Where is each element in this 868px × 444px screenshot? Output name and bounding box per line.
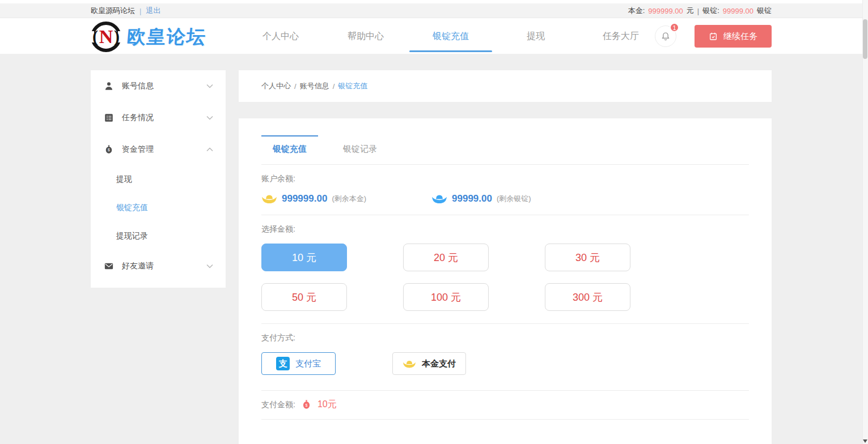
scrollbar-thumb[interactable] bbox=[863, 19, 867, 59]
amount-option-100[interactable]: 100 元 bbox=[403, 283, 489, 311]
card-tabs: 银锭充值 银锭记录 bbox=[261, 135, 749, 165]
nav-item-task-hall[interactable]: 任务大厅 bbox=[578, 18, 663, 54]
tab-ingot-records[interactable]: 银锭记录 bbox=[332, 135, 388, 164]
amount-option-10[interactable]: 10 元 bbox=[261, 244, 347, 271]
breadcrumb-current-page: 银锭充值 bbox=[338, 81, 367, 91]
pay-amount-value: 10元 bbox=[317, 399, 337, 411]
logo-mark-icon: () N bbox=[91, 22, 121, 52]
sidebar-item-fund-management[interactable]: $ 资金管理 bbox=[91, 134, 226, 165]
topbar-balances: 本金: 999999.00 元 | 银锭: 99999.00 银锭 bbox=[628, 3, 772, 18]
breadcrumb-account-info[interactable]: 账号信息 bbox=[300, 81, 329, 91]
principal-value: 999999.00 bbox=[648, 7, 683, 15]
payment-method-alipay[interactable]: 支 支付宝 bbox=[261, 352, 336, 375]
pay-amount-label: 支付金额: bbox=[261, 400, 295, 410]
gold-ingot-icon bbox=[403, 359, 416, 369]
bell-icon bbox=[660, 31, 671, 41]
continue-task-label: 继续任务 bbox=[723, 31, 757, 42]
nav-item-withdraw[interactable]: 提现 bbox=[493, 18, 578, 54]
nav-item-help-center[interactable]: 帮助中心 bbox=[323, 18, 408, 54]
sidebar-subitem-ingot-recharge[interactable]: 银锭充值 bbox=[91, 194, 226, 222]
principal-unit: 元 bbox=[687, 6, 694, 16]
chevron-down-icon bbox=[206, 84, 213, 88]
amount-options: 10 元 20 元 30 元 50 元 100 元 300 元 bbox=[261, 244, 749, 311]
sidebar-item-label: 账号信息 bbox=[122, 81, 154, 91]
breadcrumb: 个人中心 / 账号信息 / 银锭充值 bbox=[239, 70, 772, 102]
vertical-scrollbar[interactable] bbox=[862, 0, 868, 444]
pay-amount-section: 支付金额: $ 10元 bbox=[261, 391, 749, 420]
ingot-balance-value: 99999.00 bbox=[452, 193, 492, 204]
topbar-separator: | bbox=[139, 7, 141, 15]
payment-method-label: 本金支付 bbox=[422, 358, 456, 369]
main-nav: 个人中心 帮助中心 银锭充值 提现 任务大厅 bbox=[238, 18, 663, 54]
tab-ingot-recharge[interactable]: 银锭充值 bbox=[261, 135, 318, 164]
balance-label: 账户余额: bbox=[261, 174, 749, 184]
calendar-check-icon bbox=[709, 32, 718, 41]
logout-link[interactable]: 退出 bbox=[146, 6, 160, 16]
gold-ingot-icon bbox=[261, 193, 277, 204]
amount-label: 选择金额: bbox=[261, 224, 749, 234]
envelope-icon bbox=[104, 261, 114, 271]
blue-ingot-icon bbox=[431, 193, 447, 204]
top-strip: 欧皇源码论坛 | 退出 本金: 999999.00 元 | 银锭: 99999.… bbox=[0, 3, 868, 18]
alipay-icon: 支 bbox=[276, 357, 290, 370]
principal-label: 本金: bbox=[628, 6, 645, 16]
scrollbar-down-arrow[interactable] bbox=[863, 439, 867, 443]
nav-item-ingot-recharge[interactable]: 银锭充值 bbox=[408, 18, 493, 54]
amount-option-30[interactable]: 30 元 bbox=[545, 244, 630, 271]
svg-text:$: $ bbox=[305, 403, 307, 408]
principal-balance-value: 999999.00 bbox=[282, 193, 327, 204]
topbar-left: 欧皇源码论坛 | 退出 bbox=[91, 3, 160, 18]
site-logo[interactable]: () N 欧皇论坛 bbox=[91, 20, 206, 53]
topbar-divider: | bbox=[697, 7, 699, 15]
balance-section: 账户余额: 999999.00 (剩余本金) bbox=[261, 165, 749, 215]
ingot-value: 99999.00 bbox=[723, 7, 753, 15]
sidebar-subitem-withdraw[interactable]: 提现 bbox=[91, 165, 226, 194]
sidebar-item-label: 任务情况 bbox=[122, 113, 154, 123]
ingot-balance-note: (剩余银锭) bbox=[497, 194, 531, 204]
logo-text: 欧皇论坛 bbox=[126, 24, 208, 50]
breadcrumb-separator: / bbox=[294, 82, 297, 91]
amount-option-300[interactable]: 300 元 bbox=[545, 283, 630, 311]
page-background: 账号信息 任务情况 $ 资金管理 提现 银锭充值 提现记录 bbox=[0, 54, 868, 444]
payment-section: 支付方式: 支 支付宝 本金支付 bbox=[261, 324, 749, 391]
notification-badge: 1 bbox=[670, 23, 679, 32]
ingot-balance: 99999.00 (剩余银锭) bbox=[431, 193, 531, 204]
payment-method-principal[interactable]: 本金支付 bbox=[392, 352, 466, 375]
principal-balance: 999999.00 (剩余本金) bbox=[261, 193, 366, 204]
sidebar-item-label: 好友邀请 bbox=[122, 261, 154, 271]
chevron-down-icon bbox=[206, 264, 213, 268]
site-name: 欧皇源码论坛 bbox=[91, 6, 135, 16]
sidebar-item-account-info[interactable]: 账号信息 bbox=[91, 70, 226, 102]
amount-option-20[interactable]: 20 元 bbox=[403, 244, 489, 271]
amount-option-50[interactable]: 50 元 bbox=[261, 283, 347, 311]
user-icon bbox=[104, 81, 114, 91]
chevron-up-icon bbox=[206, 147, 213, 152]
recharge-card: 银锭充值 银锭记录 账户余额: 999999.00 (剩余本金) bbox=[239, 118, 772, 444]
notification-button[interactable]: 1 bbox=[655, 25, 676, 47]
principal-balance-note: (剩余本金) bbox=[332, 194, 366, 204]
sidebar-item-friend-invite[interactable]: 好友邀请 bbox=[91, 250, 226, 282]
nav-item-personal-center[interactable]: 个人中心 bbox=[238, 18, 323, 54]
breadcrumb-separator: / bbox=[333, 82, 335, 91]
payment-label: 支付方式: bbox=[261, 333, 749, 343]
ingot-label: 银锭: bbox=[702, 6, 719, 16]
sidebar-item-label: 资金管理 bbox=[122, 144, 154, 155]
moneybag-icon: $ bbox=[104, 144, 114, 155]
sidebar-item-task-status[interactable]: 任务情况 bbox=[91, 102, 226, 134]
red-moneybag-icon: $ bbox=[301, 399, 312, 410]
svg-text:$: $ bbox=[108, 148, 110, 152]
list-icon bbox=[104, 113, 114, 123]
amount-section: 选择金额: 10 元 20 元 30 元 50 元 100 元 300 元 bbox=[261, 215, 749, 324]
sidebar: 账号信息 任务情况 $ 资金管理 提现 银锭充值 提现记录 bbox=[91, 70, 226, 288]
chevron-down-icon bbox=[206, 116, 213, 120]
main-header: () N 欧皇论坛 个人中心 帮助中心 银锭充值 提现 任务大厅 1 继续任务 bbox=[0, 18, 868, 54]
ingot-unit: 银锭 bbox=[757, 6, 772, 16]
breadcrumb-personal-center[interactable]: 个人中心 bbox=[261, 81, 291, 91]
sidebar-subitem-withdraw-records[interactable]: 提现记录 bbox=[91, 222, 226, 250]
payment-method-label: 支付宝 bbox=[295, 358, 321, 369]
continue-task-button[interactable]: 继续任务 bbox=[695, 25, 772, 48]
